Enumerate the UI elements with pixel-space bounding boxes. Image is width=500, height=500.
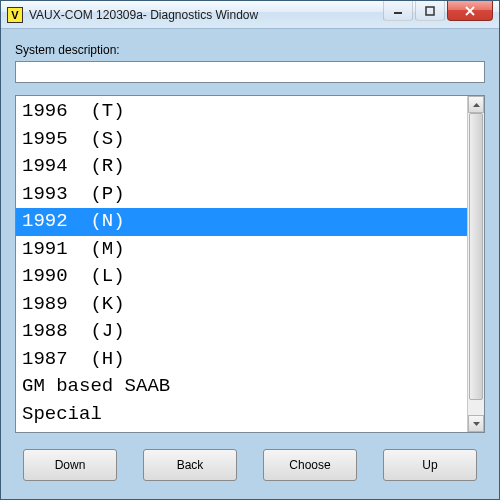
down-button[interactable]: Down xyxy=(23,449,117,481)
svg-marker-5 xyxy=(473,422,480,426)
list-item[interactable]: Special xyxy=(22,401,467,429)
chevron-down-icon xyxy=(473,422,480,426)
scroll-track[interactable] xyxy=(468,113,484,415)
list-item[interactable]: 1993 (P) xyxy=(22,181,467,209)
list-item[interactable]: 1994 (R) xyxy=(22,153,467,181)
list-item[interactable]: 1992 (N) xyxy=(16,208,467,236)
chevron-up-icon xyxy=(473,103,480,107)
list-item[interactable]: 1995 (S) xyxy=(22,126,467,154)
scroll-thumb[interactable] xyxy=(469,113,483,400)
maximize-icon xyxy=(425,6,435,16)
diagnostics-window: V VAUX-COM 120309a- Diagnostics Window S… xyxy=(0,0,500,500)
list-item[interactable]: 1996 (T) xyxy=(22,98,467,126)
list-item[interactable]: 1990 (L) xyxy=(22,263,467,291)
back-button[interactable]: Back xyxy=(143,449,237,481)
choose-button[interactable]: Choose xyxy=(263,449,357,481)
svg-rect-1 xyxy=(426,7,434,15)
button-row: Down Back Choose Up xyxy=(15,433,485,489)
list-item[interactable]: GM based SAAB xyxy=(22,373,467,401)
client-area: System description: 1996 (T)1995 (S)1994… xyxy=(1,29,499,499)
scroll-up-button[interactable] xyxy=(468,96,484,113)
app-icon: V xyxy=(7,7,23,23)
minimize-icon xyxy=(393,6,403,16)
list-item[interactable]: 1988 (J) xyxy=(22,318,467,346)
svg-marker-4 xyxy=(473,103,480,107)
vertical-scrollbar[interactable] xyxy=(467,96,484,432)
year-listbox[interactable]: 1996 (T)1995 (S)1994 (R)1993 (P)1992 (N)… xyxy=(16,96,467,432)
system-description-input[interactable] xyxy=(15,61,485,83)
titlebar[interactable]: V VAUX-COM 120309a- Diagnostics Window xyxy=(1,1,499,29)
up-button[interactable]: Up xyxy=(383,449,477,481)
list-item[interactable]: 1987 (H) xyxy=(22,346,467,374)
listbox-container: 1996 (T)1995 (S)1994 (R)1993 (P)1992 (N)… xyxy=(15,95,485,433)
minimize-button[interactable] xyxy=(383,1,413,21)
window-title: VAUX-COM 120309a- Diagnostics Window xyxy=(29,8,258,22)
system-description-label: System description: xyxy=(15,43,485,57)
close-icon xyxy=(464,6,476,16)
scroll-down-button[interactable] xyxy=(468,415,484,432)
svg-rect-0 xyxy=(394,12,402,14)
close-button[interactable] xyxy=(447,1,493,21)
maximize-button[interactable] xyxy=(415,1,445,21)
list-item[interactable]: 1989 (K) xyxy=(22,291,467,319)
list-item[interactable]: 1991 (M) xyxy=(22,236,467,264)
window-controls xyxy=(383,1,499,21)
